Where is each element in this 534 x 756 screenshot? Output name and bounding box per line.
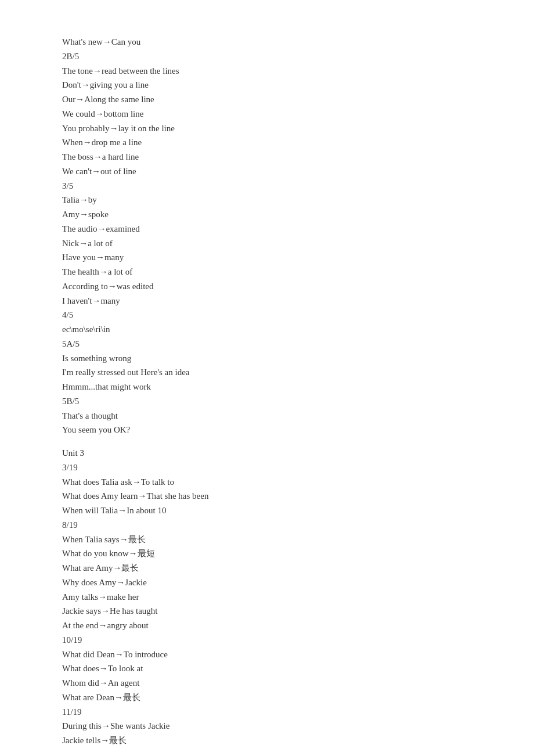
line-item: Why does Amy→Jackie [62,575,472,590]
content-block: What's new→Can you2B/5The tone→read betw… [62,35,472,748]
line-item: I'm really stressed out Here's an idea [62,365,472,380]
line-item: The tone→read between the lines [62,64,472,78]
spacer [62,437,472,446]
line-item: You probably→lay it on the line [62,121,472,136]
line-item: Have you→many [62,250,472,265]
line-item: When Talia says→最长 [62,532,472,547]
line-item: What are Dean→最长 [62,690,472,705]
line-item: Hmmm...that might work [62,380,472,394]
line-item: We can't→out of line [62,164,472,179]
line-item: What does→To look at [62,661,472,676]
line-item: ec\mo\se\ri\in [62,322,472,337]
line-item: 3/19 [62,460,472,475]
line-item: 4/5 [62,308,472,322]
line-item: Jackie tells→最长 [62,733,472,748]
line-item: 5A/5 [62,337,472,351]
line-item: At the end→angry about [62,618,472,633]
line-item: Our→Along the same line [62,92,472,107]
line-item: You seem you OK? [62,423,472,437]
line-item: That's a thought [62,409,472,423]
line-item: Is something wrong [62,351,472,366]
line-item: 5B/5 [62,394,472,409]
line-item: 3/5 [62,179,472,193]
line-item: Whom did→An agent [62,676,472,690]
line-item: What are Amy→最长 [62,561,472,575]
line-item: Talia→by [62,193,472,207]
line-item: When will Talia→In about 10 [62,503,472,518]
line-item: 11/19 [62,705,472,719]
line-item: The health→a lot of [62,265,472,279]
line-item: What does Talia ask→To talk to [62,475,472,489]
line-item: Unit 3 [62,446,472,460]
line-item: According to→was edited [62,279,472,294]
line-item: Amy→spoke [62,207,472,222]
line-item: What did Dean→To introduce [62,647,472,662]
line-item: During this→She wants Jackie [62,719,472,733]
line-item: The audio→examined [62,222,472,236]
line-item: What's new→Can you [62,35,472,49]
lines2-section: Unit 33/19What does Talia ask→To talk to… [62,446,472,748]
line-item: Don't→giving you a line [62,78,472,92]
line-item: 2B/5 [62,49,472,64]
line-item: What do you know→最短 [62,546,472,561]
line-item: 10/19 [62,633,472,647]
line-item: 8/19 [62,518,472,532]
line-item: What does Amy learn→That she has been [62,489,472,503]
line-item: We could→bottom line [62,107,472,121]
line-item: The boss→a hard line [62,150,472,164]
line-item: When→drop me a line [62,135,472,150]
line-item: I haven't→many [62,294,472,308]
lines-section: What's new→Can you2B/5The tone→read betw… [62,35,472,437]
line-item: Jackie says→He has taught [62,604,472,618]
line-item: Nick→a lot of [62,236,472,251]
line-item: Amy talks→make her [62,590,472,604]
